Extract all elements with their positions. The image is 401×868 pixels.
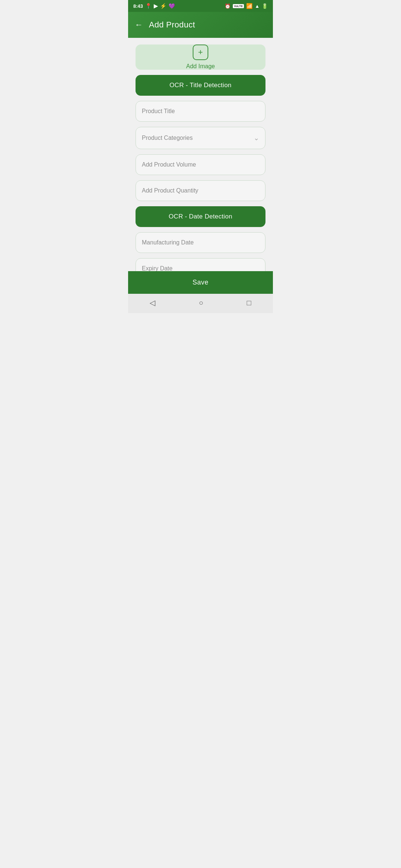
nav-back-icon[interactable]: ◁ (150, 298, 155, 307)
main-content: + Add Image OCR - Title Detection ⌄ OCR … (128, 38, 273, 271)
add-image-label: Add Image (186, 63, 215, 70)
ocr-date-button[interactable]: OCR - Date Detection (136, 206, 265, 227)
product-volume-input[interactable] (142, 161, 259, 168)
page-title: Add Product (149, 20, 195, 30)
app-icon-1: 📍 (145, 3, 151, 9)
dropdown-icon: ⌄ (254, 134, 259, 142)
product-quantity-input[interactable] (142, 187, 259, 194)
app-icon-2: ▶ (154, 3, 158, 9)
nav-home-icon[interactable]: ○ (199, 299, 203, 307)
time-display: 8:43 (133, 3, 143, 9)
expiry-date-field[interactable] (136, 258, 265, 271)
image-upload-area[interactable]: + Add Image (136, 45, 265, 70)
nav-bar: ◁ ○ □ (128, 294, 273, 313)
status-time: 8:43 📍 ▶ ⚡ 💜 (133, 3, 175, 9)
alarm-icon: ⏰ (225, 3, 231, 9)
product-quantity-field[interactable] (136, 180, 265, 201)
signal-icon: ▲ (255, 3, 260, 9)
save-button[interactable]: Save (128, 271, 273, 294)
product-categories-input[interactable] (142, 135, 254, 141)
nav-recent-icon[interactable]: □ (247, 299, 251, 307)
status-bar: 8:43 📍 ▶ ⚡ 💜 ⏰ VoLTE 📶 ▲ 🔋 (128, 0, 273, 12)
battery-icon: 🔋 (262, 3, 268, 9)
status-right-icons: ⏰ VoLTE 📶 ▲ 🔋 (225, 3, 268, 9)
app-icon-3: ⚡ (160, 3, 166, 9)
ocr-title-button[interactable]: OCR - Title Detection (136, 75, 265, 96)
product-title-field[interactable] (136, 101, 265, 122)
manufacturing-date-field[interactable] (136, 232, 265, 253)
back-button[interactable]: ← (135, 20, 143, 30)
app-icon-4: 💜 (169, 3, 175, 9)
expiry-date-input[interactable] (142, 265, 259, 271)
product-categories-field[interactable]: ⌄ (136, 127, 265, 149)
product-title-input[interactable] (142, 108, 259, 115)
add-image-icon: + (193, 45, 208, 60)
volte-badge: VoLTE (233, 4, 244, 8)
wifi-icon: 📶 (246, 3, 252, 9)
app-bar: ← Add Product (128, 12, 273, 38)
product-volume-field[interactable] (136, 154, 265, 175)
manufacturing-date-input[interactable] (142, 239, 259, 246)
